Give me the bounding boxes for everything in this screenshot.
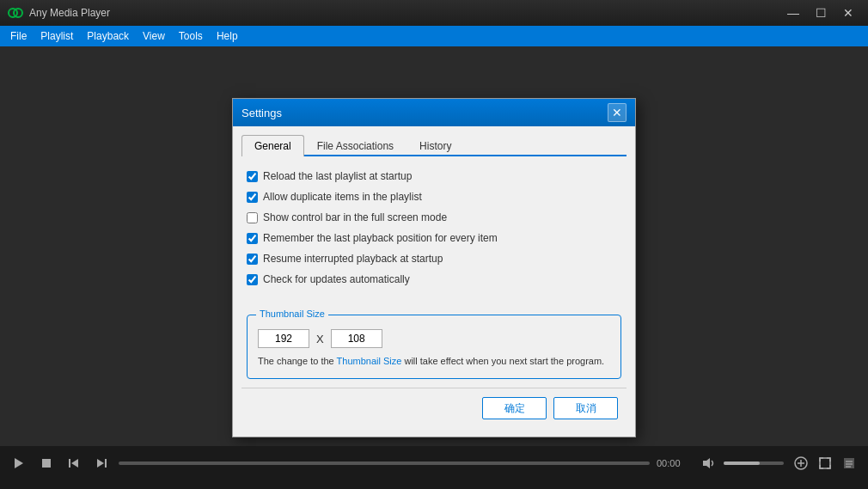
playlist-toggle-button[interactable] <box>839 453 859 474</box>
checkbox-show-control-bar[interactable] <box>247 212 258 223</box>
dialog-close-button[interactable]: ✕ <box>608 103 627 122</box>
dialog-title: Settings <box>241 107 608 119</box>
ok-button[interactable]: 确定 <box>482 397 547 419</box>
menu-playlist[interactable]: Playlist <box>34 28 80 45</box>
right-controls <box>791 453 859 474</box>
stop-button[interactable] <box>36 453 57 474</box>
option-remember-position: Remember the last playback position for … <box>247 232 621 244</box>
thumbnail-note-after: will take effect when you next start the… <box>401 356 604 366</box>
svg-rect-12 <box>820 458 830 468</box>
dialog-body: General File Associations History Reload… <box>233 126 635 437</box>
settings-tabs: General File Associations History <box>241 135 627 156</box>
cancel-button[interactable]: 取消 <box>553 397 618 419</box>
tab-history[interactable]: History <box>406 135 464 156</box>
label-allow-duplicates[interactable]: Allow duplicate items in the playlist <box>263 191 422 203</box>
option-allow-duplicates: Allow duplicate items in the playlist <box>247 191 621 203</box>
tab-file-associations[interactable]: File Associations <box>304 135 406 156</box>
volume-icon <box>701 456 715 470</box>
option-resume-playback: Resume interrupted playback at startup <box>247 253 621 265</box>
svg-marker-5 <box>71 459 78 468</box>
menu-view[interactable]: View <box>136 28 172 45</box>
thumbnail-height-input[interactable] <box>331 329 382 348</box>
app-logo <box>7 4 24 21</box>
next-button[interactable] <box>91 453 112 474</box>
play-icon <box>12 456 26 470</box>
titlebar: Any Media Player — ☐ ✕ <box>0 0 868 26</box>
previous-button[interactable] <box>64 453 84 474</box>
thumbnail-size-section: Thumbnail Size X The change to the Thumb… <box>247 315 621 379</box>
controlbar: 00:00 <box>0 446 868 480</box>
dialog-buttons: 确定 取消 <box>241 388 627 428</box>
option-check-updates: Check for updates automatically <box>247 273 621 285</box>
thumbnail-inputs: X <box>258 329 610 348</box>
label-show-control-bar[interactable]: Show control bar in the full screen mode <box>263 211 447 223</box>
play-button[interactable] <box>9 453 29 474</box>
label-reload-playlist[interactable]: Reload the last playlist at startup <box>263 170 412 182</box>
next-icon <box>95 456 108 470</box>
general-options: Reload the last playlist at startup Allo… <box>241 167 627 297</box>
tab-general[interactable]: General <box>241 135 304 156</box>
checkbox-allow-duplicates[interactable] <box>247 192 258 203</box>
label-resume-playback[interactable]: Resume interrupted playback at startup <box>263 253 443 265</box>
progress-area <box>119 461 650 465</box>
time-display: 00:00 <box>657 458 691 468</box>
minimize-button[interactable]: — <box>780 4 806 21</box>
svg-marker-7 <box>97 459 104 468</box>
volume-fill <box>724 461 760 465</box>
playlist-icon <box>842 456 856 470</box>
thumbnail-width-input[interactable] <box>258 329 309 348</box>
volume-track[interactable] <box>724 461 784 465</box>
progress-track[interactable] <box>119 461 650 465</box>
fullscreen-button[interactable] <box>815 453 835 474</box>
thumbnail-note-highlight: Thumbnail Size <box>337 356 402 366</box>
option-show-control-bar: Show control bar in the full screen mode <box>247 211 621 223</box>
svg-rect-6 <box>105 459 107 468</box>
thumbnail-separator: X <box>316 333 324 345</box>
checkbox-remember-position[interactable] <box>247 233 258 244</box>
svg-marker-8 <box>703 458 710 468</box>
stop-icon <box>40 456 53 470</box>
window-controls: — ☐ ✕ <box>780 4 861 21</box>
thumbnail-note-before: The change to the <box>258 356 337 366</box>
menu-file[interactable]: File <box>3 28 34 45</box>
checkbox-reload-playlist[interactable] <box>247 171 258 182</box>
previous-icon <box>67 456 81 470</box>
svg-rect-4 <box>69 459 70 468</box>
thumbnail-legend: Thumbnail Size <box>256 309 328 319</box>
add-button[interactable] <box>791 453 811 474</box>
dialog-overlay: Settings ✕ General File Associations His… <box>0 46 868 480</box>
label-remember-position[interactable]: Remember the last playback position for … <box>263 232 498 244</box>
menu-playback[interactable]: Playback <box>80 28 136 45</box>
app-title: Any Media Player <box>29 7 780 19</box>
close-button[interactable]: ✕ <box>835 4 861 21</box>
volume-button[interactable] <box>698 453 718 474</box>
dialog-titlebar: Settings ✕ <box>233 99 635 126</box>
settings-dialog: Settings ✕ General File Associations His… <box>232 98 636 437</box>
menu-help[interactable]: Help <box>210 28 245 45</box>
menu-tools[interactable]: Tools <box>172 28 210 45</box>
volume-area <box>698 453 784 474</box>
thumbnail-note: The change to the Thumbnail Size will ta… <box>258 355 610 368</box>
checkbox-check-updates[interactable] <box>247 274 258 285</box>
label-check-updates[interactable]: Check for updates automatically <box>263 273 410 285</box>
option-reload-playlist: Reload the last playlist at startup <box>247 170 621 182</box>
svg-marker-2 <box>15 458 23 468</box>
fullscreen-icon <box>818 456 832 470</box>
menubar: File Playlist Playback View Tools Help <box>0 26 868 46</box>
main-area: WWW.MEDIAHUMAN.COM Settings ✕ General Fi… <box>0 46 868 480</box>
svg-rect-3 <box>42 459 51 468</box>
checkbox-resume-playback[interactable] <box>247 254 258 265</box>
add-icon <box>794 456 808 470</box>
maximize-button[interactable]: ☐ <box>808 4 834 21</box>
